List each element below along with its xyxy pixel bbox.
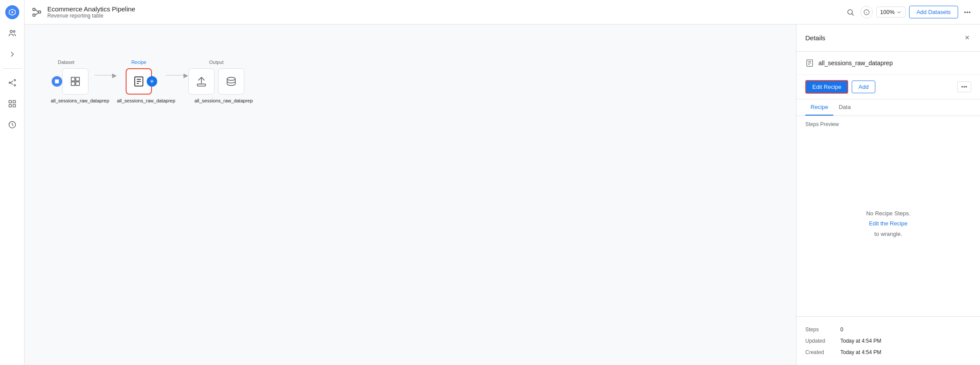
app-logo[interactable] <box>5 5 19 19</box>
svg-rect-14 <box>33 14 35 16</box>
dataset-node[interactable] <box>62 68 88 95</box>
svg-rect-26 <box>71 77 75 81</box>
created-value: Today at 4:54 PM <box>840 349 881 355</box>
steps-info-row: Steps 0 <box>805 324 971 335</box>
header-title-group: Ecommerce Analytics Pipeline Revenue rep… <box>47 5 839 19</box>
updated-value: Today at 4:54 PM <box>840 338 881 344</box>
details-panel: Details × all_sessions_raw_dataprep <box>796 25 980 365</box>
details-panel-title: Details <box>805 34 825 42</box>
output-node-export[interactable] <box>188 68 215 95</box>
output-node-type-label: Output <box>209 60 223 65</box>
svg-line-6 <box>10 81 13 83</box>
dataset-start-circle <box>52 76 62 87</box>
svg-point-5 <box>14 84 15 86</box>
svg-rect-29 <box>76 82 79 85</box>
updated-info-row: Updated Today at 4:54 PM <box>805 335 971 347</box>
svg-point-2 <box>13 31 15 32</box>
info-button[interactable] <box>860 6 873 18</box>
more-actions-icon: ••• <box>961 84 967 90</box>
svg-line-7 <box>10 83 13 84</box>
edit-the-recipe-link[interactable]: Edit the Recipe <box>869 220 907 227</box>
steps-preview-content: No Recipe Steps. Edit the Recipe to wran… <box>797 131 980 316</box>
search-button[interactable] <box>844 6 857 19</box>
recipe-add-button[interactable]: + <box>147 76 157 87</box>
svg-line-19 <box>852 14 853 15</box>
main-area: Ecommerce Analytics Pipeline Revenue rep… <box>25 0 980 365</box>
dataset-node-type-label: Dataset <box>58 60 74 65</box>
sidebar-item-people[interactable] <box>5 26 19 40</box>
pipeline-title: Ecommerce Analytics Pipeline <box>47 5 839 13</box>
recipe-detail-name: all_sessions_raw_dataprep <box>818 60 893 67</box>
zoom-control[interactable]: 100% <box>876 7 906 18</box>
sidebar-item-apps[interactable] <box>5 97 19 111</box>
sidebar-divider-1 <box>3 68 22 69</box>
zoom-level: 100% <box>880 9 895 15</box>
details-header: Details × <box>797 25 980 52</box>
add-button[interactable]: Add <box>852 81 875 93</box>
add-datasets-button[interactable]: Add Datasets <box>909 6 958 18</box>
steps-label: Steps <box>805 326 840 333</box>
no-steps-link-line: Edit the Recipe <box>866 218 910 228</box>
recipe-node-label: all_sessions_raw_dataprep <box>117 98 161 103</box>
no-steps-text-line1: No Recipe Steps. <box>866 208 910 218</box>
svg-point-4 <box>14 80 15 81</box>
left-sidebar <box>0 0 25 365</box>
svg-rect-15 <box>39 11 41 13</box>
svg-point-25 <box>969 11 970 12</box>
svg-rect-27 <box>76 77 79 81</box>
created-info-row: Created Today at 4:54 PM <box>805 347 971 358</box>
dataset-node-wrapper <box>57 68 88 95</box>
svg-rect-11 <box>13 105 15 107</box>
sidebar-item-history[interactable] <box>5 118 19 132</box>
no-steps-message: No Recipe Steps. Edit the Recipe to wran… <box>866 208 910 239</box>
steps-preview-label: Steps Preview <box>797 116 980 131</box>
pipeline-icon <box>32 7 42 18</box>
dataset-node-label: all_sessions_raw_dataprep <box>51 98 95 103</box>
updated-label: Updated <box>805 338 840 344</box>
header: Ecommerce Analytics Pipeline Revenue rep… <box>25 0 980 25</box>
svg-rect-9 <box>13 101 15 103</box>
details-footer: Steps 0 Updated Today at 4:54 PM Created… <box>797 316 980 365</box>
no-steps-text-line2: to wrangle. <box>866 229 910 239</box>
sidebar-item-flows[interactable] <box>5 76 19 90</box>
edit-recipe-button[interactable]: Edit Recipe <box>805 80 848 94</box>
sidebar-item-expand[interactable] <box>5 47 19 61</box>
details-tabs: Recipe Data <box>797 99 980 116</box>
svg-rect-34 <box>197 84 206 86</box>
tab-recipe[interactable]: Recipe <box>805 99 833 116</box>
pipeline-subtitle: Revenue reporting table <box>47 13 839 19</box>
pipeline-flow: Dataset <box>51 60 244 103</box>
app-layout: Ecommerce Analytics Pipeline Revenue rep… <box>0 0 980 365</box>
details-close-button[interactable]: × <box>963 32 971 44</box>
connector-2: ▶ <box>166 72 188 79</box>
recipe-name-row: all_sessions_raw_dataprep <box>797 52 980 75</box>
dataset-node-group: Dataset <box>51 60 95 103</box>
header-actions: 100% Add Datasets <box>844 6 973 19</box>
svg-point-23 <box>965 11 966 12</box>
canvas-container: Dataset <box>25 25 980 365</box>
pipeline-canvas[interactable]: Dataset <box>25 25 796 365</box>
steps-value: 0 <box>840 326 843 333</box>
recipe-node-wrapper: + <box>126 68 152 95</box>
connector-1: ▶ <box>95 72 117 79</box>
tab-data[interactable]: Data <box>833 99 856 116</box>
svg-rect-28 <box>71 82 75 85</box>
output-node-label: all_sessions_raw_dataprep <box>194 98 238 103</box>
svg-point-1 <box>10 30 12 32</box>
recipe-node-type-label: Recipe <box>131 60 146 65</box>
svg-point-18 <box>848 10 853 14</box>
svg-point-24 <box>967 11 968 12</box>
output-node-db[interactable] <box>218 68 244 95</box>
recipe-type-link[interactable]: Recipe <box>131 60 146 65</box>
svg-point-35 <box>227 77 236 81</box>
more-actions-button[interactable]: ••• <box>957 81 971 92</box>
svg-rect-13 <box>33 8 35 11</box>
recipe-node-group: Recipe + <box>117 60 161 103</box>
svg-point-0 <box>11 11 13 13</box>
svg-point-3 <box>9 82 10 83</box>
action-buttons-row: Edit Recipe Add ••• <box>797 75 980 99</box>
output-node-wrapper <box>188 68 244 95</box>
created-label: Created <box>805 349 840 355</box>
header-more-button[interactable] <box>962 7 973 18</box>
svg-line-17 <box>35 13 39 15</box>
